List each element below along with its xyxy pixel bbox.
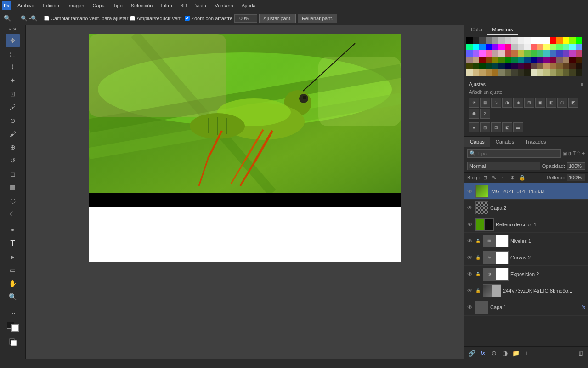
zoom-percent-input[interactable] — [234, 14, 257, 23]
bg-color-swatch[interactable] — [11, 324, 19, 332]
swatch[interactable] — [492, 44, 498, 50]
swatch[interactable] — [563, 63, 569, 69]
menu-ventana[interactable]: Ventana — [211, 2, 237, 9]
layer-filter-text[interactable]: T — [573, 151, 576, 156]
layer-shortcuts[interactable] — [7, 322, 19, 332]
lock-pixels-btn[interactable]: ⊡ — [482, 174, 489, 181]
lasso-tool[interactable]: ⌇ — [6, 61, 20, 74]
swatch[interactable] — [543, 37, 550, 44]
magic-wand-tool[interactable]: ✦ — [6, 74, 20, 87]
layer-item-curvas[interactable]: 👁 🔒 ∿ Curvas 2 — [464, 249, 588, 266]
tab-trazados[interactable]: Trazados — [520, 137, 551, 147]
swatch[interactable] — [518, 63, 524, 69]
menu-3d[interactable]: 3D — [177, 2, 191, 9]
gradient-tool[interactable]: ▦ — [6, 181, 20, 194]
brush-tool[interactable]: 🖌 — [6, 127, 20, 140]
swatch[interactable] — [511, 44, 518, 50]
swatch[interactable] — [537, 37, 543, 44]
swatch[interactable] — [563, 69, 569, 76]
fill-input[interactable] — [567, 174, 585, 181]
visibility-icon-capa2[interactable]: 👁 — [467, 205, 474, 211]
menu-seleccion[interactable]: Selección — [127, 2, 157, 9]
layers-tab-options[interactable]: ≡ — [580, 139, 588, 144]
swatch[interactable] — [537, 69, 543, 76]
menu-archivo[interactable]: Archivo — [14, 2, 38, 9]
swatch[interactable] — [473, 57, 479, 63]
adj-curves-icon[interactable]: ∿ — [491, 98, 501, 108]
swatch[interactable] — [466, 57, 473, 63]
adj-threshold-icon[interactable]: ⧖ — [480, 109, 490, 119]
crop-tool[interactable]: ⊡ — [6, 87, 20, 100]
adj-solid-icon[interactable]: ■ — [469, 122, 479, 132]
swatch[interactable] — [492, 57, 498, 63]
zoom-tool[interactable]: 🔍 — [6, 290, 20, 303]
swatch[interactable] — [473, 50, 479, 57]
swatch[interactable] — [537, 44, 543, 50]
swatch[interactable] — [569, 69, 576, 76]
visibility-icon-img[interactable]: 👁 — [467, 188, 474, 195]
swatch[interactable] — [576, 69, 582, 76]
swatch[interactable] — [498, 63, 505, 69]
swatch[interactable] — [563, 57, 569, 63]
swatch[interactable] — [466, 69, 473, 76]
swatch[interactable] — [556, 57, 563, 63]
adj-invert-icon[interactable]: ⬕ — [502, 122, 512, 132]
swatch[interactable] — [498, 44, 505, 50]
swatch[interactable] — [498, 57, 505, 63]
swatch[interactable] — [498, 50, 505, 57]
swatch[interactable] — [556, 63, 563, 69]
menu-capa[interactable]: Capa — [89, 2, 108, 9]
swatch[interactable] — [524, 57, 531, 63]
layers-search-box[interactable]: 🔍 — [467, 149, 561, 158]
tab-canales[interactable]: Canales — [490, 137, 520, 147]
layer-filter-shape[interactable]: ⬡ — [577, 151, 581, 156]
panel-options-icon[interactable]: ≡ — [583, 27, 586, 33]
menu-imagen[interactable]: Imagen — [64, 2, 88, 9]
swatch[interactable] — [563, 44, 569, 50]
adj-brightness-icon[interactable]: ☀ — [469, 98, 479, 108]
adj-hsl-icon[interactable]: ⊞ — [524, 98, 534, 108]
adj-vibrance-icon[interactable]: ◈ — [513, 98, 523, 108]
swatch[interactable] — [576, 63, 582, 69]
swatch[interactable] — [569, 44, 576, 50]
layer-item-exposicion[interactable]: 👁 🔒 ◑ Exposición 2 — [464, 266, 588, 282]
swatch[interactable] — [524, 44, 531, 50]
swatch[interactable] — [531, 57, 537, 63]
swatch[interactable] — [531, 44, 537, 50]
add-mask-btn[interactable]: ⊙ — [489, 348, 498, 357]
swatch[interactable] — [486, 44, 492, 50]
swatch[interactable] — [576, 37, 582, 44]
menu-ayuda[interactable]: Ayuda — [238, 2, 260, 9]
text-tool[interactable]: T — [6, 237, 20, 250]
swatch[interactable] — [479, 63, 486, 69]
adj-colorbalance-icon[interactable]: ▣ — [535, 98, 545, 108]
cambiar-checkbox[interactable] — [44, 16, 49, 21]
canvas-area[interactable] — [26, 25, 464, 359]
menu-vista[interactable]: Vista — [192, 2, 210, 9]
swatch[interactable] — [576, 57, 582, 63]
layer-item-img[interactable]: 👁 IMG_20211014_145833 — [464, 183, 588, 200]
layer-item-photo2[interactable]: 👁 🔒 244V73vzDKf4trEIQf8bmo9o... — [464, 282, 588, 299]
lock-position-btn[interactable]: ✎ — [491, 174, 498, 181]
zoom-in-icon[interactable]: +🔍 — [18, 14, 27, 23]
cambiar-checkbox-label[interactable]: Cambiar tamaño vent. para ajustar — [44, 16, 128, 21]
swatch[interactable] — [486, 69, 492, 76]
menu-tipo[interactable]: Tipo — [109, 2, 126, 9]
swatch[interactable] — [524, 50, 531, 57]
swatch[interactable] — [505, 37, 511, 44]
swatch[interactable] — [466, 63, 473, 69]
panel-close-btn[interactable]: ✕ — [13, 27, 17, 32]
visibility-icon-relleno[interactable]: 👁 — [467, 221, 474, 228]
swatch[interactable] — [537, 57, 543, 63]
swatch[interactable] — [531, 50, 537, 57]
swatch[interactable] — [556, 37, 563, 44]
swatch[interactable] — [466, 50, 473, 57]
fx-icon-capa1[interactable]: fx — [582, 305, 585, 310]
swatch[interactable] — [473, 44, 479, 50]
swatch[interactable] — [505, 69, 511, 76]
visibility-icon-photo2[interactable]: 👁 — [467, 288, 474, 294]
swatch[interactable] — [505, 44, 511, 50]
layer-filter-pixel[interactable]: ▣ — [563, 151, 567, 156]
swatch[interactable] — [511, 63, 518, 69]
selection-tool[interactable]: ⬚ — [6, 47, 20, 60]
